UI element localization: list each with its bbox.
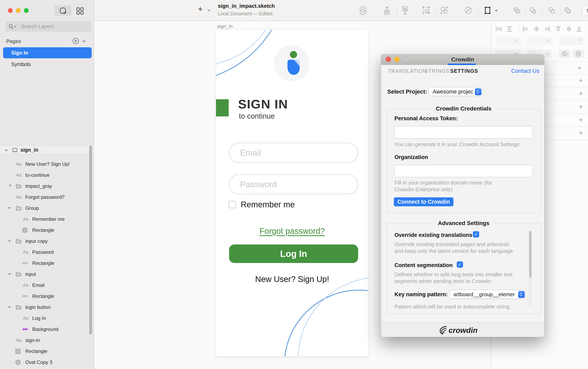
- bring-forward-icon[interactable]: [382, 5, 391, 16]
- align-right-icon[interactable]: [544, 25, 551, 32]
- email-field[interactable]: Email: [229, 143, 358, 163]
- tab-strings[interactable]: STRINGS: [425, 68, 450, 74]
- left-sidebar: Pages Sign In Symbols sign_in AaNew User…: [0, 0, 94, 369]
- canvas-view-toggle-button[interactable]: [54, 5, 72, 16]
- advanced-scrollbar-thumb[interactable]: [529, 231, 532, 278]
- chevron-down-icon[interactable]: [8, 239, 11, 242]
- x-position-field[interactable]: X: [495, 36, 521, 45]
- line-layer-icon: [22, 262, 28, 264]
- distribute-vertical-icon[interactable]: [506, 25, 513, 32]
- create-symbol-icon[interactable]: [358, 6, 368, 16]
- layer-row[interactable]: AaForgot password?: [0, 192, 91, 203]
- layer-row[interactable]: AaLog In: [0, 313, 91, 324]
- insert-plus-icon[interactable]: +: [198, 4, 202, 14]
- remember-me-checkbox[interactable]: [229, 201, 236, 208]
- artboard-title-label[interactable]: sign_in: [217, 23, 232, 29]
- artboard-sign-in[interactable]: SIGN IN to continue Email Password Remem…: [216, 30, 368, 356]
- add-style-icon[interactable]: +: [579, 90, 583, 98]
- more-options-icon: ⋮: [515, 25, 522, 32]
- grid-view-button[interactable]: [76, 7, 84, 15]
- layer-row[interactable]: impact_gray: [0, 181, 91, 192]
- tab-settings[interactable]: SETTINGS: [450, 68, 478, 74]
- section-collapse-icon[interactable]: [578, 66, 581, 69]
- layer-row[interactable]: Rectangle: [0, 258, 91, 269]
- chevron-down-icon[interactable]: [5, 149, 8, 151]
- chevron-down-icon[interactable]: [8, 305, 11, 308]
- boolean-intersect-icon[interactable]: [547, 6, 556, 15]
- password-field[interactable]: Password: [229, 174, 358, 194]
- organization-input[interactable]: [394, 165, 533, 177]
- ungroup-icon[interactable]: [440, 6, 449, 15]
- sidebar-page-sign-in[interactable]: Sign In: [3, 47, 92, 58]
- layer-row[interactable]: Background: [0, 324, 91, 335]
- layer-row[interactable]: Group: [0, 203, 91, 214]
- align-top-icon[interactable]: [555, 25, 562, 32]
- key-naming-pattern-dropdown[interactable]: artboard__group__elemer: [449, 290, 526, 299]
- distribute-horizontal-icon[interactable]: [495, 25, 502, 32]
- chevron-right-icon[interactable]: [9, 184, 11, 187]
- y-position-field[interactable]: Y: [527, 36, 552, 45]
- align-left-icon[interactable]: [522, 25, 529, 32]
- insert-chevron-icon[interactable]: [208, 9, 210, 11]
- flip-vertical-button[interactable]: [573, 50, 584, 58]
- layer-row[interactable]: Aato-continue: [0, 170, 91, 181]
- dialog-titlebar[interactable]: Crowdin: [381, 54, 544, 65]
- tab-translation[interactable]: TRANSLATION: [388, 68, 427, 74]
- align-center-horizontal-icon[interactable]: [533, 25, 540, 32]
- layer-label: input: [25, 269, 36, 280]
- sidebar-page-symbols[interactable]: Symbols: [3, 59, 92, 70]
- add-style-icon[interactable]: +: [579, 103, 583, 111]
- layer-row[interactable]: AaEmail: [0, 280, 91, 291]
- layer-label: Group: [25, 203, 39, 214]
- dialog-footer: crowdin: [381, 322, 544, 337]
- organization-label: Organization: [394, 154, 428, 160]
- layer-row[interactable]: Rectangle: [0, 225, 91, 236]
- key-naming-pattern-label: Key naming pattern:: [394, 291, 448, 298]
- insert-frame-icon[interactable]: [483, 5, 494, 16]
- sign-up-link[interactable]: New User? Sign Up!: [216, 275, 368, 284]
- layer-row[interactable]: AaNew User? Sign Up!: [0, 159, 91, 170]
- log-in-button[interactable]: Log In: [229, 244, 358, 263]
- boolean-union-icon[interactable]: [513, 6, 521, 15]
- chevron-down-icon[interactable]: [8, 206, 11, 209]
- pages-collapse-icon[interactable]: [83, 39, 86, 42]
- rotation-field[interactable]: [559, 36, 584, 45]
- group-icon[interactable]: [422, 6, 430, 15]
- boolean-difference-icon[interactable]: [563, 6, 572, 15]
- zoom-level-dropdown[interactable]: 90%: [582, 5, 588, 16]
- add-style-icon[interactable]: +: [579, 116, 583, 124]
- add-style-icon[interactable]: +: [579, 76, 583, 84]
- content-segmentation-checkbox[interactable]: ✓: [457, 261, 463, 268]
- align-bottom-icon[interactable]: [576, 25, 582, 32]
- layer-row[interactable]: login button: [0, 302, 91, 313]
- layer-row[interactable]: input: [0, 269, 91, 280]
- search-input[interactable]: [5, 21, 91, 32]
- window-minimize-button[interactable]: [16, 8, 21, 13]
- layer-row[interactable]: Aasign-in: [0, 335, 91, 346]
- align-middle-vertical-icon[interactable]: [566, 25, 572, 32]
- layer-row[interactable]: Rectangle: [0, 346, 91, 357]
- insert-frame-chevron-icon[interactable]: [495, 9, 497, 11]
- boolean-subtract-icon[interactable]: [528, 6, 537, 15]
- chevron-down-icon[interactable]: [8, 272, 11, 275]
- window-close-button[interactable]: [8, 8, 13, 13]
- mask-icon[interactable]: [464, 6, 473, 15]
- project-select-dropdown[interactable]: Awesome project: [429, 87, 483, 96]
- flip-horizontal-button[interactable]: [559, 50, 570, 58]
- sidebar-scrollbar[interactable]: [89, 146, 92, 334]
- layer-row[interactable]: Rectangle: [0, 291, 91, 302]
- token-input[interactable]: [394, 126, 533, 139]
- layer-row[interactable]: AaPassword: [0, 247, 91, 258]
- send-backward-icon[interactable]: [400, 5, 410, 16]
- add-page-icon[interactable]: [72, 37, 80, 45]
- add-style-icon[interactable]: +: [579, 129, 583, 137]
- contact-us-link[interactable]: Contact Us: [511, 68, 540, 74]
- layer-row[interactable]: Oval Copy 3: [0, 357, 91, 368]
- window-zoom-button[interactable]: [24, 8, 29, 13]
- layer-row[interactable]: AaRemember me: [0, 214, 91, 225]
- override-translations-checkbox[interactable]: ✓: [473, 231, 479, 238]
- layer-row[interactable]: input copy: [0, 236, 91, 247]
- connect-to-crowdin-button[interactable]: Connect to Crowdin: [394, 197, 453, 206]
- layer-artboard-row[interactable]: sign_in: [0, 145, 94, 155]
- forgot-password-link[interactable]: Forgot password?: [216, 227, 368, 236]
